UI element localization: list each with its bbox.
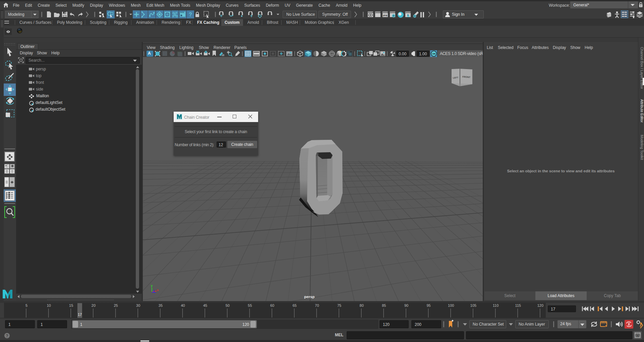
svg-text:30: 30 xyxy=(136,303,140,307)
svg-text:x: x xyxy=(157,288,159,292)
svg-text:z: z xyxy=(153,289,155,292)
svg-text:?: ? xyxy=(6,334,8,338)
svg-text:20: 20 xyxy=(92,303,96,307)
svg-text:FRONT: FRONT xyxy=(462,75,471,78)
svg-text:5: 5 xyxy=(25,303,27,307)
svg-text:105: 105 xyxy=(470,303,476,307)
svg-text:80: 80 xyxy=(360,303,364,307)
svg-text:55: 55 xyxy=(248,303,252,307)
svg-text:LEFT: LEFT xyxy=(453,76,458,79)
svg-text:IPR: IPR xyxy=(383,14,388,17)
svg-text:75: 75 xyxy=(337,303,341,307)
svg-text:y: y xyxy=(151,284,153,287)
svg-text:15: 15 xyxy=(69,303,73,307)
svg-text:45: 45 xyxy=(203,303,207,307)
svg-text:{;}: {;} xyxy=(635,335,640,338)
svg-text:50: 50 xyxy=(226,303,230,307)
svg-text:40: 40 xyxy=(181,303,185,307)
svg-text:70: 70 xyxy=(315,303,319,307)
svg-text:95: 95 xyxy=(426,303,430,307)
svg-text:10: 10 xyxy=(47,303,51,307)
svg-text:65: 65 xyxy=(293,303,297,307)
svg-text:17: 17 xyxy=(78,312,82,317)
svg-text:25: 25 xyxy=(114,303,118,307)
svg-text:110: 110 xyxy=(493,303,499,307)
svg-text:90: 90 xyxy=(404,303,408,307)
svg-text:120: 120 xyxy=(537,303,543,307)
svg-text:35: 35 xyxy=(159,303,163,307)
svg-text:85: 85 xyxy=(382,303,386,307)
svg-text:persp: persp xyxy=(304,295,314,299)
svg-text:100: 100 xyxy=(448,303,454,307)
svg-text:ON: ON xyxy=(432,53,435,55)
svg-text:115: 115 xyxy=(515,303,521,307)
svg-text:?: ? xyxy=(189,12,192,17)
svg-text:60: 60 xyxy=(270,303,274,307)
